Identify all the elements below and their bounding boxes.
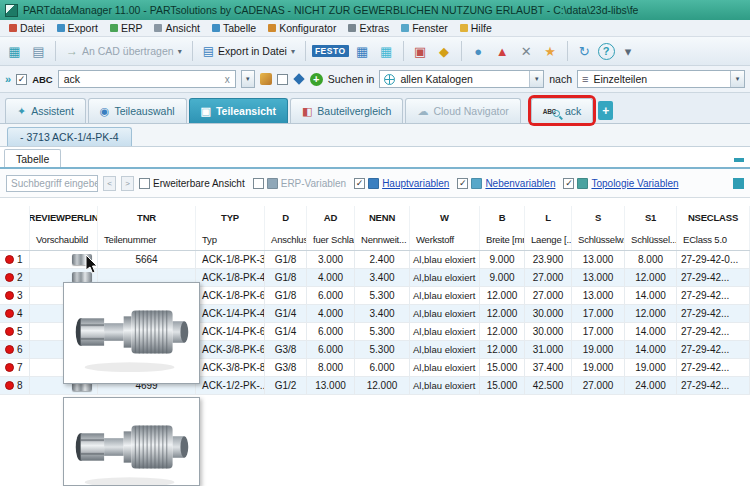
cell-b[interactable]: 9.000 (480, 251, 525, 268)
filter-item-nebenvariablen[interactable]: Nebenvariablen (457, 178, 555, 189)
column-header-d[interactable]: D (265, 206, 307, 228)
cell-l[interactable]: 37.400 (525, 359, 572, 376)
tab-teileauswahl[interactable]: ◉Teileauswahl (88, 98, 187, 123)
checkbox-hauptvariablen[interactable] (354, 178, 365, 189)
menu-item-erp[interactable]: ERP (104, 20, 149, 36)
cell-s1[interactable]: 12.000 (625, 269, 677, 286)
cell-s1[interactable]: 14.000 (625, 287, 677, 304)
column-header-typ[interactable]: TYP (196, 206, 265, 228)
result-type-select[interactable]: Einzelteilen (577, 70, 745, 88)
cell-nseclass[interactable]: 27-29-42-0... (677, 251, 750, 268)
cell-d[interactable]: G3/8 (265, 341, 307, 358)
column-header-s1[interactable]: S1 (625, 206, 677, 228)
column-header-nenn[interactable]: Nennweit... (355, 228, 410, 250)
column-header-nenn[interactable]: NENN (355, 206, 410, 228)
catalog-select[interactable]: allen Katalogen (379, 70, 544, 88)
menu-item-datei[interactable]: Datei (3, 20, 51, 36)
tab-ack[interactable]: ABCack (531, 98, 594, 123)
column-header-w[interactable]: Werkstoff (410, 228, 480, 250)
export-file-button[interactable]: ▤Export in Datei▾ (199, 42, 299, 60)
cell-s[interactable]: 17.000 (572, 323, 625, 340)
cell-w[interactable]: Al,blau eloxiert (410, 377, 480, 394)
tab-assistent[interactable]: ✦Assistent (5, 98, 86, 123)
tab-bauteilvergleich[interactable]: ◧Bauteilvergleich (290, 98, 404, 123)
cell-l[interactable]: 27.000 (525, 269, 572, 286)
highlight-icon[interactable] (260, 73, 272, 85)
filter-search-input[interactable]: Suchbegriff eingeben (6, 175, 98, 192)
cell-d[interactable]: G3/8 (265, 359, 307, 376)
menu-item-hilfe[interactable]: Hilfe (454, 20, 498, 36)
panel-toggle-icon[interactable] (734, 158, 744, 162)
cell-typ[interactable]: ACK-3/8-PK-8 (196, 359, 265, 376)
column-header-ad[interactable]: fuer Schla... (307, 228, 355, 250)
cell-nenn[interactable]: 2.400 (355, 251, 410, 268)
column-header-s[interactable]: S (572, 206, 625, 228)
cell-w[interactable]: Al,blau eloxiert (410, 359, 480, 376)
column-header-preview[interactable]: Vorschaubild (30, 228, 98, 250)
column-header-nseclass[interactable]: EClass 5.0 (677, 228, 750, 250)
star-icon[interactable]: ★ (540, 41, 561, 62)
menu-item-fenster[interactable]: Fenster (395, 20, 454, 36)
next-match-button[interactable]: > (121, 176, 134, 191)
cell-b[interactable]: 9.000 (480, 269, 525, 286)
expand-chevron-icon[interactable] (5, 73, 11, 85)
cell-typ[interactable]: ACK-1/4-PK-4 (196, 305, 265, 322)
column-header-tnr[interactable]: TNR (98, 206, 196, 228)
cell-s1[interactable]: 8.000 (625, 251, 677, 268)
link-icon[interactable]: ● (468, 41, 489, 62)
cell-typ[interactable]: ACK-1/8-PK-3 (196, 251, 265, 268)
menu-item-konfigurator[interactable]: Konfigurator (262, 20, 342, 36)
column-header-s[interactable]: Schlüsselw... (572, 228, 625, 250)
cell-d[interactable]: G1/8 (265, 287, 307, 304)
cell-s[interactable]: 19.000 (572, 341, 625, 358)
column-header-w[interactable]: W (410, 206, 480, 228)
cell-typ[interactable]: ACK-1/2-PK-... (196, 377, 265, 394)
report-icon[interactable]: ▣ (410, 41, 431, 62)
abc-search-checkbox[interactable] (16, 74, 27, 85)
cell-w[interactable]: Al,blau eloxiert (410, 269, 480, 286)
cell-d[interactable]: G1/4 (265, 305, 307, 322)
tools-icon[interactable]: ✕ (516, 41, 537, 62)
document-tab[interactable]: - 3713 ACK-1/4-PK-4 (7, 127, 132, 146)
filter-item-erp-variablen[interactable]: ERP-Variablen (253, 178, 346, 189)
column-header-l[interactable]: L (525, 206, 572, 228)
cell-ad[interactable]: 13.000 (307, 377, 355, 394)
menu-item-extras[interactable]: Extras (342, 20, 395, 36)
filter-item-hauptvariablen[interactable]: Hauptvariablen (354, 178, 449, 189)
column-header-ad[interactable]: AD (307, 206, 355, 228)
cell-b[interactable]: 12.000 (480, 305, 525, 322)
cell-w[interactable]: Al,blau eloxiert (410, 323, 480, 340)
more-dropdown-icon[interactable]: ▾ (618, 41, 639, 62)
cell-nseclass[interactable]: 27-29-42... (677, 323, 750, 340)
cell-l[interactable]: 31.000 (525, 341, 572, 358)
cell-s[interactable]: 13.000 (572, 269, 625, 286)
preview-panel-icon[interactable]: ▤ (28, 41, 49, 62)
column-header-b[interactable]: Breite [mm] (480, 228, 525, 250)
cell-s[interactable]: 27.000 (572, 377, 625, 394)
menu-item-tabelle[interactable]: Tabelle (206, 20, 262, 36)
wrench-icon[interactable]: ◆ (434, 41, 455, 62)
search-query-input[interactable]: ack x (58, 70, 236, 88)
cell-typ[interactable]: ACK-1/8-PK-4 (196, 269, 265, 286)
cell-w[interactable]: Al,blau eloxiert (410, 251, 480, 268)
cell-l[interactable]: 30.000 (525, 305, 572, 322)
column-header-preview[interactable]: PREVIEWPERLINE (30, 206, 98, 228)
cell-nenn[interactable]: 3.400 (355, 269, 410, 286)
cell-s1[interactable]: 12.000 (625, 305, 677, 322)
checkbox-erweiterbare-ansicht[interactable] (139, 178, 150, 189)
cell-nseclass[interactable]: 27-29-42... (677, 341, 750, 358)
column-header-typ[interactable]: Typ (196, 228, 265, 250)
title-bar[interactable]: PARTdataManager 11.00 - PARTsolutions by… (0, 0, 750, 20)
table-blue-icon[interactable]: ▦ (352, 41, 373, 62)
cell-s1[interactable]: 14.000 (625, 323, 677, 340)
search-history-dropdown[interactable] (241, 70, 255, 88)
filter-icon[interactable]: ▲ (492, 41, 513, 62)
filter-item-topologie-variablen[interactable]: Topologie Variablen (563, 178, 678, 189)
cell-nenn[interactable]: 5.300 (355, 323, 410, 340)
cell-ad[interactable]: 3.000 (307, 251, 355, 268)
result-type-dropdown-arrow[interactable] (730, 71, 744, 87)
cell-w[interactable]: Al,blau eloxiert (410, 305, 480, 322)
cell-b[interactable]: 12.000 (480, 287, 525, 304)
cad-transfer-button[interactable]: →An CAD übertragen▾ (62, 42, 186, 60)
refresh-icon[interactable]: ↻ (574, 41, 595, 62)
